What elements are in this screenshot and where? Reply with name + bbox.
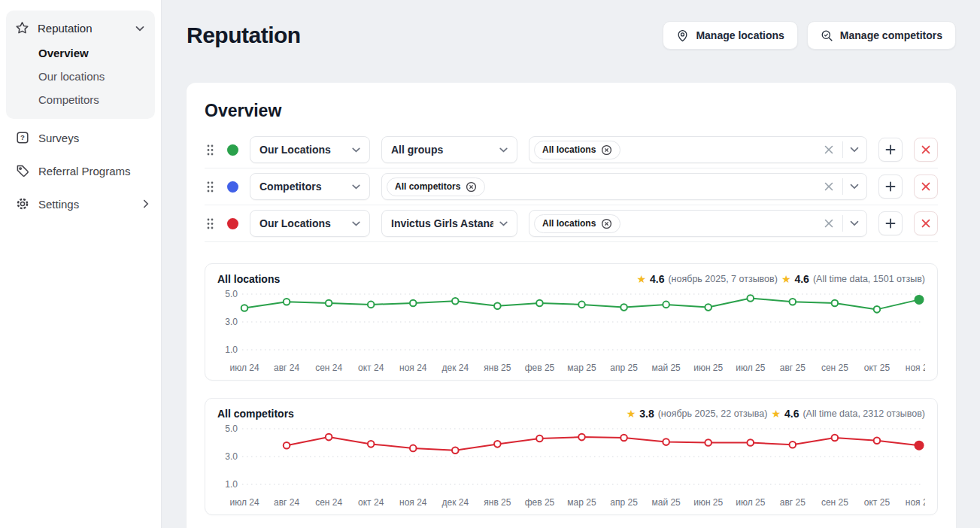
clear-selection-icon[interactable] xyxy=(822,180,836,193)
sidebar-item-our-locations[interactable]: Our locations xyxy=(6,65,155,88)
star-outline-icon xyxy=(15,21,29,35)
chart-title: All competitors xyxy=(217,408,294,420)
gear-icon xyxy=(15,197,29,211)
chevron-down-icon[interactable] xyxy=(850,184,859,190)
svg-text:3.0: 3.0 xyxy=(225,317,238,327)
competitors-multiselect[interactable]: All competitors xyxy=(381,173,867,200)
svg-text:дек 24: дек 24 xyxy=(442,497,469,508)
sidebar-item-competitors[interactable]: Competitors xyxy=(6,88,155,111)
header-actions: Manage locations Manage competitors xyxy=(663,21,956,50)
svg-text:5.0: 5.0 xyxy=(225,289,238,299)
svg-text:сен 24: сен 24 xyxy=(315,497,342,508)
svg-text:окт 25: окт 25 xyxy=(864,363,890,373)
remove-row-button[interactable] xyxy=(914,174,938,199)
sidebar-item-settings[interactable]: Settings xyxy=(0,190,161,218)
svg-text:апр 25: апр 25 xyxy=(610,363,638,373)
locations-multiselect[interactable]: All locations xyxy=(529,136,867,163)
series-color-dot xyxy=(227,181,238,193)
svg-text:авг 25: авг 25 xyxy=(780,363,806,373)
filter-row-our-locations: Our Locations All groups All locations xyxy=(205,132,938,168)
main-content: Reputation Manage locations Manage compe… xyxy=(162,0,980,528)
chip-remove-icon[interactable] xyxy=(601,218,612,229)
group-select[interactable]: All groups xyxy=(381,136,517,163)
selected-chip[interactable]: All locations xyxy=(534,141,620,159)
drag-handle-icon[interactable] xyxy=(205,142,216,158)
svg-text:3.0: 3.0 xyxy=(225,451,238,462)
svg-text:ноя 24: ноя 24 xyxy=(399,497,427,508)
rating-alltime-value: 4.6 xyxy=(784,408,799,420)
chip-remove-icon[interactable] xyxy=(601,144,612,156)
svg-text:фев 25: фев 25 xyxy=(525,497,555,508)
add-row-button[interactable] xyxy=(878,211,903,235)
svg-text:ноя 25: ноя 25 xyxy=(906,497,925,508)
svg-text:1.0: 1.0 xyxy=(225,344,238,355)
chip-label: All competitors xyxy=(395,181,460,192)
manage-competitors-button[interactable]: Manage competitors xyxy=(807,21,956,50)
svg-text:июл 25: июл 25 xyxy=(736,497,765,508)
drag-handle-icon[interactable] xyxy=(205,179,216,195)
svg-text:окт 25: окт 25 xyxy=(864,497,890,508)
chart-card-header: All competitors ★ 3.8 (ноябрь 2025, 22 о… xyxy=(217,408,925,420)
chevron-down-icon[interactable] xyxy=(850,220,859,226)
clear-selection-icon[interactable] xyxy=(822,143,836,156)
select-value: Our Locations xyxy=(259,144,331,156)
svg-text:1.0: 1.0 xyxy=(225,479,238,490)
overview-title: Overview xyxy=(205,101,938,121)
rating-month-value: 3.8 xyxy=(639,408,654,420)
source-select[interactable]: Our Locations xyxy=(250,136,370,163)
page-title: Reputation xyxy=(187,23,301,48)
svg-text:сен 24: сен 24 xyxy=(315,363,342,373)
sidebar-item-label: Reputation xyxy=(38,22,93,35)
svg-text:июл 24: июл 24 xyxy=(229,363,259,373)
rating-alltime-value: 4.6 xyxy=(794,273,809,285)
sidebar-item-reputation[interactable]: Reputation xyxy=(6,15,155,41)
svg-text:окт 24: окт 24 xyxy=(358,497,384,508)
magnifier-check-icon xyxy=(821,29,833,42)
clear-selection-icon[interactable] xyxy=(822,217,836,230)
sidebar: Reputation Overview Our locations Compet… xyxy=(0,0,162,528)
star-icon: ★ xyxy=(627,408,636,419)
rating-month-note: (ноябрь 2025, 7 отзывов) xyxy=(668,274,777,284)
add-row-button[interactable] xyxy=(878,174,903,199)
locations-multiselect[interactable]: All locations xyxy=(529,210,867,237)
svg-text:фев 25: фев 25 xyxy=(525,363,555,373)
source-select[interactable]: Our Locations xyxy=(250,210,370,237)
sidebar-item-label: Referral Programs xyxy=(38,165,131,178)
select-value: Invictus Girls Astana xyxy=(391,217,493,229)
ratings-summary: ★ 3.8 (ноябрь 2025, 22 отзыва) ★ 4.6 (Al… xyxy=(627,408,925,420)
chip-label: All locations xyxy=(542,218,596,229)
rating-alltime-note: (All time data, 1501 отзыв) xyxy=(813,274,925,284)
chevron-down-icon xyxy=(352,221,360,226)
chevron-down-icon[interactable] xyxy=(850,147,859,153)
remove-row-button[interactable] xyxy=(914,138,938,162)
sidebar-group-reputation: Reputation Overview Our locations Compet… xyxy=(6,11,155,119)
series-color-dot xyxy=(227,144,238,156)
svg-text:дек 24: дек 24 xyxy=(442,363,469,373)
svg-text:июл 25: июл 25 xyxy=(736,363,765,373)
selected-chip[interactable]: All locations xyxy=(534,214,620,233)
svg-text:янв 25: янв 25 xyxy=(484,363,511,373)
svg-text:5.0: 5.0 xyxy=(225,423,238,434)
svg-text:окт 24: окт 24 xyxy=(358,363,384,373)
group-select[interactable]: Invictus Girls Astana xyxy=(381,210,517,237)
drag-handle-icon[interactable] xyxy=(205,216,216,232)
svg-text:ноя 24: ноя 24 xyxy=(399,363,427,373)
chip-remove-icon[interactable] xyxy=(466,181,477,193)
add-row-button[interactable] xyxy=(878,138,903,162)
manage-locations-button[interactable]: Manage locations xyxy=(663,21,797,50)
series-color-dot xyxy=(227,218,238,229)
svg-text:апр 25: апр 25 xyxy=(610,497,638,508)
svg-text:авг 24: авг 24 xyxy=(274,497,299,508)
chevron-down-icon xyxy=(352,184,360,190)
sidebar-item-referral-programs[interactable]: Referral Programs xyxy=(0,156,161,185)
svg-text:авг 25: авг 25 xyxy=(780,497,806,508)
select-value: Our Locations xyxy=(259,217,331,229)
remove-row-button[interactable] xyxy=(914,211,938,235)
sidebar-item-surveys[interactable]: ? Surveys xyxy=(0,123,161,152)
source-select[interactable]: Competitors xyxy=(250,173,370,200)
map-pin-icon xyxy=(676,29,689,42)
sidebar-item-overview[interactable]: Overview xyxy=(6,41,155,65)
ratings-summary: ★ 4.6 (ноябрь 2025, 7 отзывов) ★ 4.6 (Al… xyxy=(636,273,925,285)
selected-chip[interactable]: All competitors xyxy=(387,178,485,196)
page-header: Reputation Manage locations Manage compe… xyxy=(187,21,956,50)
